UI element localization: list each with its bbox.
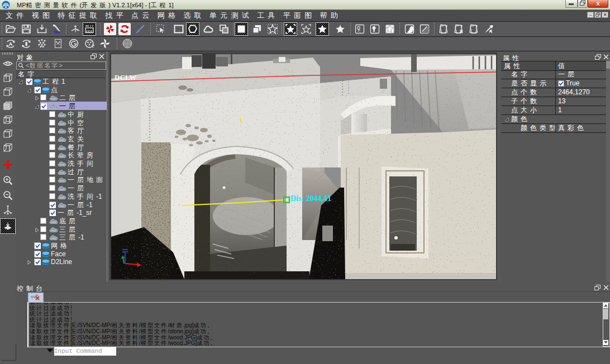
- svg-text:DCLW: DCLW: [115, 73, 136, 82]
- svg-text:Dis: 2044.41: Dis: 2044.41: [290, 194, 331, 203]
- svg-text:A: A: [9, 41, 13, 47]
- svg-text:file: file: [54, 30, 60, 34]
